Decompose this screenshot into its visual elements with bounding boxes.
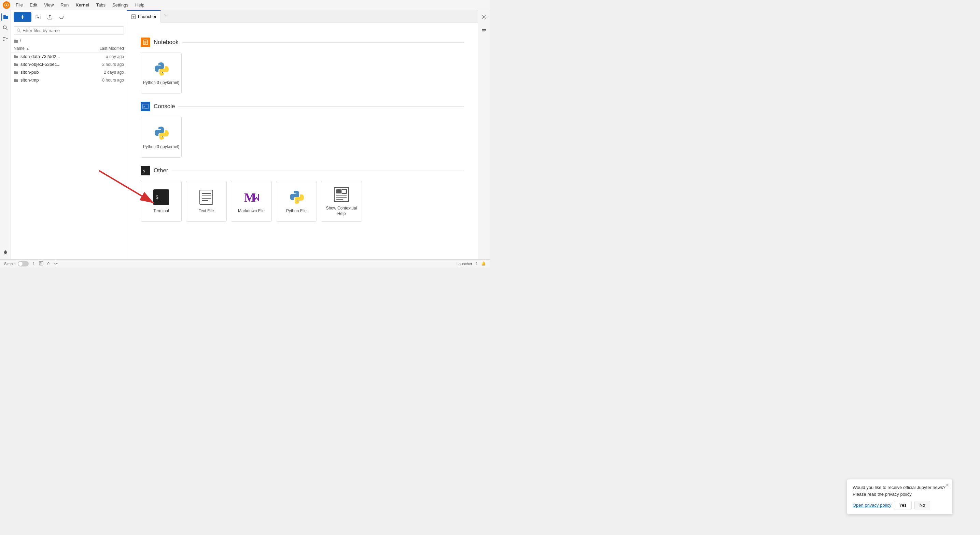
sidebar-extensions-icon[interactable] xyxy=(2,248,10,257)
svg-point-35 xyxy=(298,201,298,202)
section-header-console: >_ Console xyxy=(141,102,464,111)
sidebar-files-icon[interactable] xyxy=(2,13,10,21)
file-toolbar: + xyxy=(11,10,127,24)
file-row-name: siton-data-732dd2... xyxy=(14,54,86,59)
cards-row-other: $_ Terminal Text File M Markdown File Py… xyxy=(141,181,464,222)
menu-view[interactable]: View xyxy=(41,2,56,8)
status-right: Launcher 1 🔔 xyxy=(457,261,486,266)
section-divider-other xyxy=(172,171,464,171)
file-row[interactable]: siton-object-53bec... 2 hours ago xyxy=(11,60,127,68)
new-folder-button[interactable] xyxy=(33,12,43,22)
svg-rect-41 xyxy=(342,189,347,194)
menu-run[interactable]: Run xyxy=(58,2,72,8)
cards-row-console: Python 3 (ipykernel) xyxy=(141,117,464,158)
section-icon-console: >_ xyxy=(141,102,150,111)
card-text-file[interactable]: Text File xyxy=(186,181,227,222)
file-row-modified: a day ago xyxy=(86,54,124,59)
sort-indicator: ▲ xyxy=(26,47,29,51)
svg-rect-4 xyxy=(3,40,5,41)
status-bar: Simple 1 S 0 Launcher 1 🔔 xyxy=(0,259,490,268)
section-divider-notebook xyxy=(182,42,464,43)
file-row[interactable]: siton-tmp 8 hours ago xyxy=(11,76,127,84)
refresh-button[interactable] xyxy=(57,12,66,22)
svg-point-42 xyxy=(483,16,485,18)
section-title-notebook: Notebook xyxy=(154,39,178,46)
card-terminal[interactable]: $_ Terminal xyxy=(141,181,182,222)
svg-point-19 xyxy=(159,65,160,66)
upload-button[interactable] xyxy=(45,12,55,22)
menu-edit[interactable]: Edit xyxy=(27,2,40,8)
svg-text:S: S xyxy=(40,262,42,265)
file-header-modified: Last Modified xyxy=(86,46,124,51)
breadcrumb: / xyxy=(11,37,127,45)
card-icon xyxy=(153,125,170,141)
section-notebook: Notebook Python 3 (ipykernel) xyxy=(141,38,464,94)
card-icon xyxy=(198,189,215,206)
card-markdown-file[interactable]: M Markdown File xyxy=(231,181,272,222)
status-settings-icon[interactable] xyxy=(54,261,58,266)
right-sidebar-property-icon[interactable] xyxy=(480,27,488,35)
toggle-track[interactable] xyxy=(18,261,29,267)
svg-text:$_: $_ xyxy=(143,169,148,173)
section-title-other: Other xyxy=(154,167,168,174)
tab-launcher[interactable]: Launcher xyxy=(127,10,161,22)
section-header-notebook: Notebook xyxy=(141,38,464,47)
app-logo xyxy=(3,2,10,9)
folder-icon xyxy=(14,54,18,59)
file-panel: + / Name ▲ Last Modified xyxy=(11,10,127,259)
svg-line-2 xyxy=(6,29,8,30)
menu-help[interactable]: Help xyxy=(132,2,147,8)
launcher-content: Notebook Python 3 (ipykernel) >_ Console… xyxy=(127,22,478,259)
card-python-3-ipykernel[interactable]: Python 3 (ipykernel) xyxy=(141,117,182,158)
status-bell-icon[interactable]: 🔔 xyxy=(481,261,486,266)
file-row-modified: 2 days ago xyxy=(86,70,124,75)
svg-point-20 xyxy=(162,72,163,73)
file-row[interactable]: siton-pub 2 days ago xyxy=(11,68,127,76)
status-tab-count: 1 xyxy=(476,262,478,266)
toggle-thumb xyxy=(18,262,22,266)
card-icon: $_ xyxy=(153,189,170,206)
add-tab-button[interactable]: + xyxy=(161,11,171,22)
card-label: Markdown File xyxy=(238,208,265,214)
card-show-contextual-help[interactable]: Show Contextual Help xyxy=(321,181,362,222)
main-content: Launcher + Notebook Python 3 (ipykernel)… xyxy=(127,10,478,259)
section-other: $_ Other $_ Terminal Text File M Markdow… xyxy=(141,166,464,222)
sidebar-git-icon[interactable] xyxy=(2,35,10,43)
status-mode[interactable]: Simple xyxy=(4,261,29,267)
file-row-name: siton-pub xyxy=(14,70,86,75)
svg-rect-37 xyxy=(336,189,341,194)
svg-rect-43 xyxy=(482,29,486,30)
search-input[interactable] xyxy=(22,28,121,33)
card-icon xyxy=(333,186,350,203)
right-sidebar-settings-icon[interactable] xyxy=(480,13,488,21)
tab-bar: Launcher + xyxy=(127,10,478,22)
sidebar-search-icon[interactable] xyxy=(2,24,10,32)
card-label: Python 3 (ipykernel) xyxy=(143,80,180,86)
icon-sidebar xyxy=(0,10,11,259)
search-box xyxy=(14,26,124,35)
section-icon-other: $_ xyxy=(141,166,150,175)
file-row[interactable]: siton-data-732dd2... a day ago xyxy=(11,52,127,60)
file-list-header: Name ▲ Last Modified xyxy=(11,45,127,52)
new-launcher-button[interactable]: + xyxy=(14,12,32,22)
file-row-name: siton-tmp xyxy=(14,78,86,83)
svg-line-11 xyxy=(19,31,21,32)
file-header-name[interactable]: Name ▲ xyxy=(14,46,86,51)
file-header-name-label: Name xyxy=(14,46,25,51)
file-row-modified: 2 hours ago xyxy=(86,62,124,67)
svg-point-10 xyxy=(17,29,20,32)
card-icon xyxy=(288,189,305,206)
file-list: siton-data-732dd2... a day ago siton-obj… xyxy=(11,52,127,259)
menu-tabs[interactable]: Tabs xyxy=(94,2,108,8)
folder-icon xyxy=(14,62,18,67)
card-python-3-ipykernel[interactable]: Python 3 (ipykernel) xyxy=(141,52,182,94)
folder-icon xyxy=(14,70,18,75)
card-label: Python File xyxy=(286,208,307,214)
svg-rect-40 xyxy=(336,199,343,200)
status-error-count: 0 xyxy=(48,262,49,266)
menu-file[interactable]: File xyxy=(13,2,25,8)
menu-kernel[interactable]: Kernel xyxy=(73,2,92,8)
folder-breadcrumb-icon xyxy=(14,38,18,43)
menu-settings[interactable]: Settings xyxy=(110,2,131,8)
card-python-file[interactable]: Python File xyxy=(276,181,317,222)
